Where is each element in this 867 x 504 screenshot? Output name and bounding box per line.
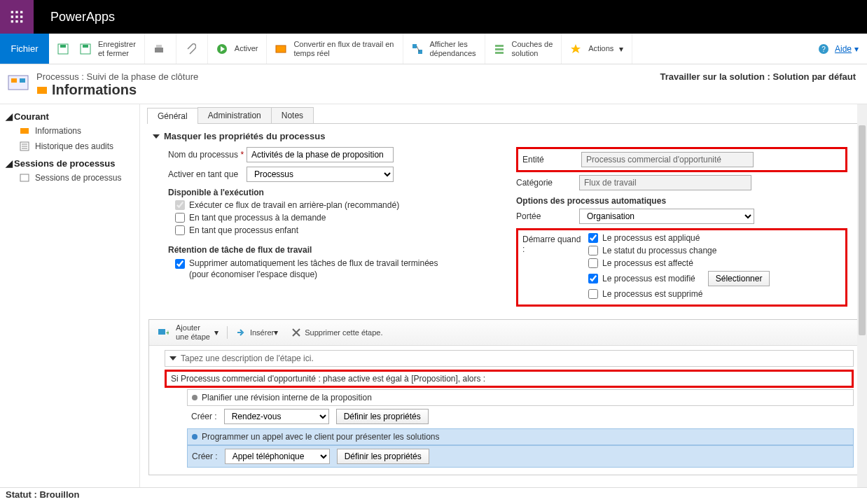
chevron-down-icon: ▾ [619,44,623,54]
actions-menu[interactable]: Actions▾ [566,34,627,64]
action-1-config: Créer : Rendez-vous Définir les propriét… [187,406,854,427]
svg-rect-22 [495,52,504,54]
expand-step-icon [169,356,176,360]
child-checkbox[interactable] [175,225,185,235]
save-close-button[interactable]: Enregistrer et fermer [76,34,140,64]
svg-rect-12 [83,45,88,48]
activate-as-select[interactable]: Processus [247,167,394,182]
chevron-down-icon: ▾ [214,328,219,337]
svg-text:?: ? [821,46,826,53]
svg-rect-14 [156,45,162,48]
activate-button[interactable]: Activer [212,34,263,64]
start-when-label: Démarre quand : [522,233,585,254]
save-close-icon [80,43,91,55]
info-title-icon [36,85,48,96]
paperclip-icon [185,43,196,55]
action-1-title[interactable]: Planifier une révision interne de la pro… [187,389,854,406]
app-launcher-button[interactable] [0,0,34,34]
print-icon [153,43,165,55]
entity-value: Processus commercial d'opportunité [581,152,754,167]
print-button[interactable] [149,34,172,64]
process-name-input[interactable] [247,147,394,162]
svg-rect-13 [155,48,163,52]
sessions-icon [20,173,29,183]
svg-rect-1 [15,11,18,13]
tabstrip: Général Administration Notes [147,107,860,124]
scrollbar-thumb[interactable] [859,125,866,335]
start-modified-checkbox[interactable] [588,274,598,284]
workflow-designer: +Ajouter une étape▾ Insérer▾ Supprimer c… [148,319,859,475]
start-applied-checkbox[interactable] [588,233,598,243]
workflow-toolbar: +Ajouter une étape▾ Insérer▾ Supprimer c… [149,320,858,346]
entity-label: Entité [522,155,581,164]
save-button[interactable] [53,34,76,64]
add-step-icon: + [158,327,169,338]
tab-notes[interactable]: Notes [271,107,314,123]
start-when-highlight-box: Démarre quand : Le processus est appliqu… [516,228,847,307]
action-2-set-props-button[interactable]: Définir les propriétés [337,449,429,464]
process-icon [7,71,29,94]
action-2-title[interactable]: Programmer un appel avec le client pour … [187,428,854,445]
step-description-input[interactable]: Tapez une description de l'étape ici. [165,350,854,367]
action-2-type-select[interactable]: Appel téléphonique [225,449,330,464]
on-demand-checkbox[interactable] [175,213,185,223]
page-header: Processus : Suivi de la phase de clôture… [0,64,867,104]
svg-rect-2 [20,11,22,13]
chevron-down-icon: ▾ [274,328,278,337]
breadcrumb: Processus : Suivi de la phase de clôture [36,71,198,82]
insert-button[interactable]: Insérer▾ [232,326,282,340]
svg-rect-8 [20,20,22,22]
left-column: Nom du processus Activer en tant queProc… [168,147,499,307]
bullet-icon [192,395,197,400]
svg-rect-30 [20,128,29,134]
sidebar-item-audit-history[interactable]: Historique des audits [0,139,139,154]
start-status-checkbox[interactable] [588,246,598,255]
actions-icon [570,43,581,55]
background-label: Exécuter ce flux de travail en arrière-p… [189,200,399,210]
tab-administration[interactable]: Administration [197,107,272,123]
solution-layers-button[interactable]: Couches de solution [490,34,557,64]
tab-general[interactable]: Général [147,108,198,124]
delete-step-button[interactable]: Supprimer cette étape. [286,326,387,340]
sidebar-section-sessions[interactable]: ◢Sessions de processus [0,154,139,170]
retention-checkbox[interactable] [175,259,185,269]
on-demand-label: En tant que processus à la demande [189,213,326,223]
right-column: EntitéProcessus commercial d'opportunité… [516,147,847,307]
show-deps-button[interactable]: Afficher les dépendances [408,34,480,64]
select-fields-button[interactable]: Sélectionner [708,271,770,286]
chevron-down-icon: ▾ [854,44,859,54]
collapse-icon [153,134,160,139]
convert-button[interactable]: Convertir en flux de travail en temps ré… [271,34,398,64]
sidebar-item-sessions[interactable]: Sessions de processus [0,170,139,186]
deps-icon [412,43,423,55]
file-tab[interactable]: Fichier [0,34,49,64]
svg-rect-3 [11,15,13,18]
svg-rect-5 [20,15,22,18]
start-assigned-checkbox[interactable] [588,258,598,268]
main-panel: Général Administration Notes Masquer les… [140,104,867,491]
layers-icon [494,43,505,55]
retention-header: Rétention de tâche de flux de travail [168,245,499,255]
bullet-icon [192,434,197,440]
attach-button[interactable] [181,34,203,64]
sidebar-section-current[interactable]: ◢Courant [0,107,139,123]
add-step-button[interactable]: +Ajouter une étape▾ [153,322,223,343]
condition-row[interactable]: Si Processus commercial d'opportunité : … [165,370,854,388]
available-header: Disponible à l'exécution [168,188,499,197]
section-toggle-properties[interactable]: Masquer les propriétés du processus [140,124,867,144]
start-deleted-checkbox[interactable] [588,289,598,299]
scope-select[interactable]: Organisation [579,209,754,224]
svg-rect-29 [37,87,47,94]
action-1-type-select[interactable]: Rendez-vous [224,409,329,424]
svg-rect-4 [15,15,18,18]
action-1-set-props-button[interactable]: Définir les propriétés [336,409,429,424]
svg-marker-23 [571,44,581,53]
activate-as-label: Activer en tant que [168,169,247,179]
sidebar-item-informations[interactable]: Informations [0,123,139,139]
app-title: PowerApps [50,10,115,24]
vertical-scrollbar[interactable] [857,104,867,491]
help-link[interactable]: ?Aide▾ [818,34,859,64]
child-label: En tant que processus enfant [189,225,298,235]
scope-label: Portée [516,211,579,221]
entity-highlight-box: EntitéProcessus commercial d'opportunité [516,147,847,172]
